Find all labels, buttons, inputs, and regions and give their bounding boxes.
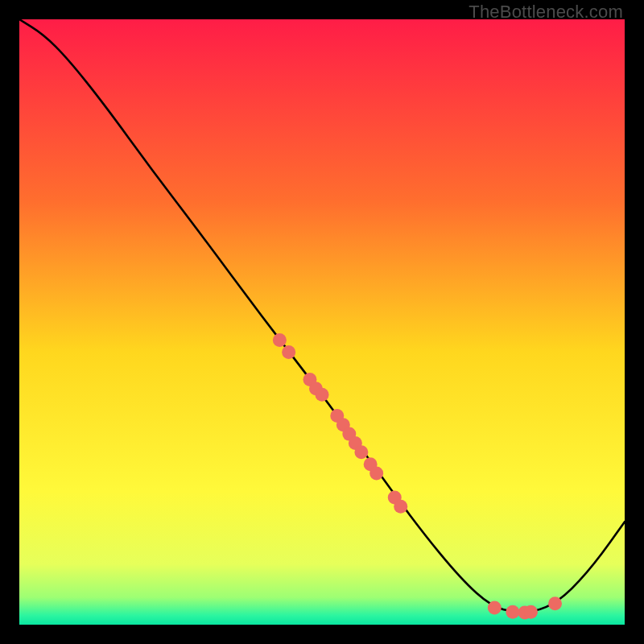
data-marker [282, 345, 295, 359]
gradient-background [19, 19, 625, 625]
data-marker [488, 601, 502, 614]
data-marker [316, 388, 329, 402]
chart-frame [19, 19, 625, 625]
data-marker [506, 605, 519, 619]
chart-svg [19, 19, 625, 625]
data-marker [548, 597, 562, 610]
data-marker [394, 500, 407, 514]
data-marker [524, 605, 538, 619]
watermark-text: TheBottleneck.com [469, 2, 623, 23]
data-marker [273, 333, 287, 347]
data-marker [354, 445, 368, 459]
data-marker [369, 467, 383, 481]
